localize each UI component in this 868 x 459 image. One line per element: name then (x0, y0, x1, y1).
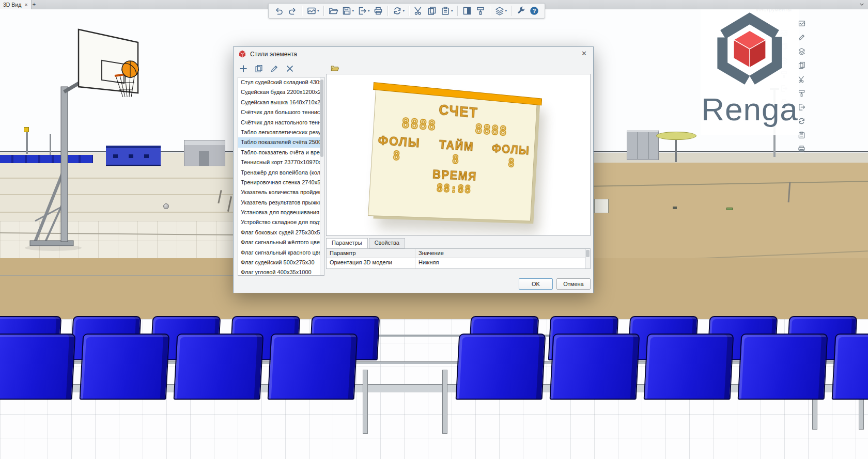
element-styles-dialog: Стили элемента ✕ Стул судейский складной… (233, 46, 594, 293)
copy-properties-button[interactable] (474, 4, 487, 18)
help-button[interactable] (528, 4, 541, 18)
save-button[interactable] (340, 4, 356, 18)
table-header-value: Значение (415, 249, 590, 258)
style-list-item[interactable]: Флаг боковых судей 275x30x500 (238, 228, 324, 238)
new-tab-button[interactable]: + (30, 1, 38, 9)
stadium-seat (550, 334, 640, 400)
invert-selection-button[interactable] (460, 4, 474, 18)
redo-icon (287, 6, 298, 16)
delete-style-button[interactable] (284, 63, 296, 74)
edit-style-button[interactable] (269, 63, 280, 74)
copy-properties-icon (475, 6, 486, 16)
open-style-folder-button[interactable] (329, 62, 340, 74)
umbrella-canopy (656, 132, 696, 140)
style-list-item[interactable]: Флаг сигнальный жёлтого цвета (238, 238, 324, 247)
bench-leg (363, 370, 368, 434)
ok-button[interactable]: OK (519, 278, 553, 290)
style-list-item[interactable]: Стул судейский складной 430x50 (238, 77, 324, 87)
basketball-hoop (14, 14, 154, 257)
copy-button[interactable] (425, 4, 439, 18)
open-folder-icon (328, 6, 338, 16)
style-list-item[interactable]: Тренировочная стенка 2740x530 (238, 178, 324, 187)
plus-icon (239, 64, 248, 73)
table-row[interactable]: Ориентация 3D модели Нижняя (327, 258, 590, 269)
tab-properties[interactable]: Свойства (369, 238, 405, 248)
style-list-item[interactable]: Табло-показатель счёта и време (238, 148, 324, 157)
stadium-seat (738, 334, 828, 400)
tab-parameters[interactable]: Параметры (326, 238, 368, 248)
table-cell-value[interactable]: Нижняя (415, 258, 590, 269)
style-list-item[interactable]: Устройство складное для подъём (238, 217, 324, 227)
style-list-item[interactable]: Судейская будка 2200x1200x2900 (238, 87, 324, 97)
style-list-item[interactable]: Счётчик для настольного тенни (238, 118, 324, 128)
style-list-item[interactable]: Тренажёр для волейбола (кольц (238, 168, 324, 178)
style-list-item[interactable]: Флаг судейский 500x275x30 (238, 258, 324, 267)
table-cell-parameter: Ориентация 3D модели (327, 258, 415, 269)
sync-button[interactable] (391, 4, 407, 18)
toolbar-separator (511, 6, 512, 16)
container-cabin (627, 130, 659, 160)
toolbar-separator (302, 6, 302, 16)
export-icon (357, 6, 367, 16)
duplicate-style-button[interactable] (253, 63, 265, 74)
redo-button[interactable] (286, 4, 299, 18)
print-button[interactable] (371, 4, 385, 18)
warehouse-door (199, 151, 209, 166)
duplicate-icon (254, 64, 264, 73)
stadium-seat (80, 334, 170, 400)
tab-3d-view[interactable]: 3D Вид ✕ (0, 0, 32, 9)
stadium-seat (268, 334, 358, 400)
undo-button[interactable] (272, 4, 286, 18)
tab-close-icon[interactable]: ✕ (24, 3, 28, 7)
style-list-item[interactable]: Флаг сигнальный красного цвета (238, 248, 324, 258)
style-list-item[interactable]: Указатель количества пройденн (238, 187, 324, 197)
stadium-seat (174, 334, 264, 400)
visual-style-button[interactable] (305, 4, 321, 18)
export-button[interactable] (355, 4, 371, 18)
style-list-item[interactable]: Установка для подвешивания мя (238, 208, 324, 217)
list-scrollbar[interactable] (320, 77, 324, 275)
bench-leg (442, 370, 447, 434)
paste-button[interactable] (439, 4, 455, 18)
dialog-close-button[interactable]: ✕ (581, 50, 587, 57)
cut-button[interactable] (412, 4, 425, 18)
style-list-item[interactable]: Счётчик для большого тенниса (238, 107, 324, 117)
open-button[interactable] (327, 4, 340, 18)
sync-icon (392, 6, 402, 16)
stadium-seat (456, 334, 546, 400)
tools-panel-icon[interactable] (796, 143, 807, 154)
cut-icon (413, 6, 424, 16)
renga-dialog-icon (239, 50, 246, 58)
styles-icon (494, 6, 505, 16)
visual-style-icon (306, 6, 317, 16)
dialog-titlebar[interactable]: Стили элемента ✕ (234, 47, 593, 61)
list-scrollbar-thumb[interactable] (320, 80, 323, 157)
copy-icon (427, 6, 437, 16)
styles-button[interactable] (493, 4, 509, 18)
style-list-item[interactable]: Табло легкоатлетических резул (238, 128, 324, 137)
toolbar-separator (388, 6, 388, 16)
table-scrollbar-thumb[interactable] (586, 250, 590, 257)
style-list-item[interactable]: Судейская вышка 1648x710x2300 (238, 98, 324, 107)
undo-icon (274, 6, 284, 16)
add-style-button[interactable] (238, 63, 249, 74)
scoreboard-fouls-left-value: 8 (393, 149, 401, 164)
scoreboard-fouls-right-label: ФОЛЫ (491, 141, 530, 157)
renga-logo: Renga (701, 5, 799, 135)
settings-button[interactable] (514, 4, 528, 18)
style-list-item-selected[interactable]: Табло показателей счёта 2500x10 (238, 137, 324, 147)
parameters-table: Параметр Значение Ориентация 3D модели Н… (326, 248, 591, 269)
field-line (592, 181, 868, 186)
chevron-down-icon[interactable] (859, 2, 865, 8)
cancel-button[interactable]: Отмена (556, 278, 591, 290)
style-list-item[interactable]: Указатель результатов прыжков (238, 198, 324, 208)
stadium-seat (0, 334, 75, 400)
scoreboard-fouls-left-label: ФОЛЫ (378, 133, 421, 150)
style-list-item[interactable]: Флаг угловой 400x35x1000 (238, 267, 324, 276)
dialog-tabs: Параметры Свойства (326, 238, 406, 248)
style-list-item[interactable]: Теннисный корт 23770x10970x5 (238, 157, 324, 167)
scoreboard-time-label: ТАЙМ (439, 137, 474, 154)
style-list[interactable]: Стул судейский складной 430x50 Судейская… (238, 77, 324, 276)
style-preview[interactable]: СЧЕТ 8888 8888 ФОЛЫ ТАЙМ ФОЛЫ 8 8 8 ВРЕМ… (326, 74, 591, 236)
table-scrollbar[interactable] (585, 249, 590, 268)
